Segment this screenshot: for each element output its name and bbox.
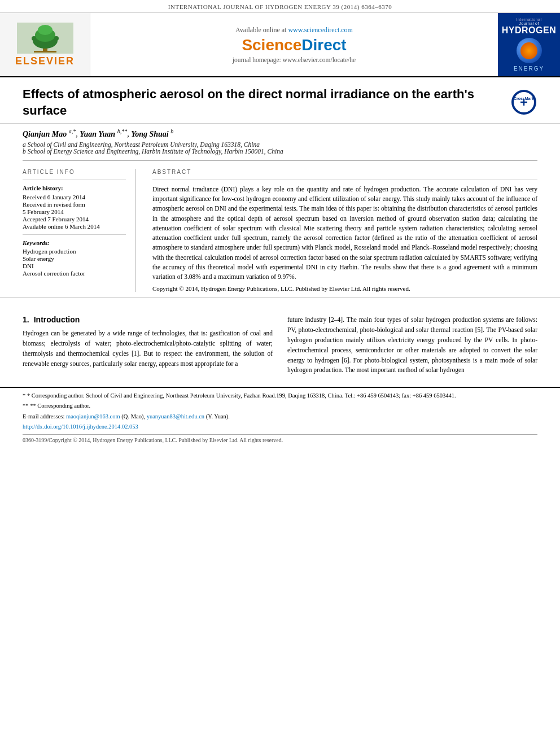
top-bar: INTERNATIONAL JOURNAL OF HYDROGEN ENERGY… — [0, 0, 560, 13]
accepted-date: Accepted 7 February 2014 — [23, 216, 126, 222]
received-revised-label: Received in revised form — [23, 201, 126, 208]
doi-link[interactable]: http://dx.doi.org/10.1016/j.ijhydene.201… — [23, 423, 138, 430]
journal-of-text: Journal of — [502, 21, 556, 25]
email-sep-1: (Q. Mao), — [121, 413, 146, 420]
abstract-column: ABSTRACT Direct normal irradiance (DNI) … — [152, 169, 537, 292]
elsevier-brand-text: ELSEVIER — [15, 55, 75, 67]
keyword-4: Aerosol correction factor — [23, 270, 126, 277]
crossmark-icon: CrossMark — [510, 89, 537, 116]
info-divider-top — [23, 180, 126, 180]
body-content: 1. Introduction Hydrogen can be generate… — [0, 309, 560, 375]
abstract-text: Direct normal irradiance (DNI) plays a k… — [152, 185, 537, 282]
email-link-1[interactable]: maoqianjun@163.com — [66, 413, 120, 420]
body-right-column: future industry [2–4]. The main four typ… — [287, 315, 537, 375]
direct-part: Direct — [301, 36, 346, 54]
article-info-column: ARTICLE INFO Article history: Received 6… — [23, 169, 135, 292]
section-1-text-right: future industry [2–4]. The main four typ… — [287, 315, 537, 375]
hydrogen-logo-circle — [517, 38, 542, 63]
elsevier-logo-box: ELSEVIER — [0, 13, 90, 76]
hydrogen-word: HYDROGEN — [502, 25, 556, 36]
svg-point-6 — [54, 36, 59, 41]
science-part: Science — [242, 36, 301, 54]
author-qianjun: Qianjun Mao — [23, 130, 67, 138]
keyword-1: Hydrogen production — [23, 248, 126, 255]
elsevier-tree-image — [17, 23, 73, 54]
history-label: Article history: — [23, 185, 126, 191]
authors-line: Qianjun Mao a,*, Yuan Yuan b,**, Yong Sh… — [23, 128, 537, 139]
authors-section: Qianjun Mao a,*, Yuan Yuan b,**, Yong Sh… — [0, 124, 560, 158]
footnote-text-2: ** Corresponding author. — [30, 403, 90, 409]
keyword-3: DNI — [23, 263, 126, 269]
email-link-2[interactable]: yuanyuan83@hit.edu.cn — [147, 413, 204, 420]
footnote-corresponding-1: * * Corresponding author. School of Civi… — [23, 391, 537, 400]
received-1: Received 6 January 2014 — [23, 194, 126, 200]
article-info-abstract: ARTICLE INFO Article history: Received 6… — [0, 163, 560, 299]
hydrogen-logo-inner: International Journal of HYDROGEN ENERGY — [502, 18, 556, 72]
footnote-doi: http://dx.doi.org/10.1016/j.ijhydene.201… — [23, 422, 537, 431]
affiliation-a: a School of Civil and Engineering, North… — [23, 141, 537, 148]
available-online-text: Available online at www.sciencedirect.co… — [235, 26, 353, 34]
available-online-date: Available online 6 March 2014 — [23, 223, 126, 230]
crossmark-box: CrossMark — [510, 89, 537, 116]
keyword-2: Solar energy — [23, 255, 126, 262]
abstract-header: ABSTRACT — [152, 169, 537, 175]
journal-homepage-text: journal homepage: www.elsevier.com/locat… — [233, 56, 356, 63]
international-text: International — [502, 18, 556, 21]
svg-point-4 — [38, 25, 53, 35]
body-left-column: 1. Introduction Hydrogen can be generate… — [23, 315, 273, 375]
footnote-corresponding-2: ** ** Corresponding author. — [23, 401, 537, 410]
footnote-area: * * Corresponding author. School of Civi… — [0, 387, 560, 447]
title-section: Effects of atmospheric aerosol on the di… — [0, 77, 560, 124]
section-1-number: 1. — [23, 315, 29, 324]
footnote-star-2: ** — [23, 403, 30, 409]
footnote-email-label: E-mail addresses: — [23, 413, 66, 420]
journal-header-text: INTERNATIONAL JOURNAL OF HYDROGEN ENERGY… — [168, 3, 392, 10]
section-1-title: 1. Introduction — [23, 315, 273, 324]
author-yuan: Yuan Yuan — [80, 130, 115, 138]
article-title: Effects of atmospheric aerosol on the di… — [23, 86, 505, 119]
footnote-text-1: * Corresponding author. School of Civil … — [27, 392, 456, 399]
footnote-bottom: 0360-3199/Copyright © 2014, Hydrogen Ene… — [23, 434, 537, 443]
article-info-header: ARTICLE INFO — [23, 169, 126, 175]
email-sep-2: (Y. Yuan). — [206, 413, 230, 420]
info-divider-bottom — [23, 234, 126, 235]
spacer-1 — [0, 298, 560, 309]
keywords-label: Keywords: — [23, 239, 126, 246]
footnote-email: E-mail addresses: maoqianjun@163.com (Q.… — [23, 412, 537, 421]
header-center: Available online at www.sciencedirect.co… — [90, 13, 498, 76]
energy-word: ENERGY — [502, 65, 556, 72]
sciencedirect-link[interactable]: www.sciencedirect.com — [288, 26, 353, 34]
section-1-text-left: Hydrogen can be generated by a wide rang… — [23, 329, 273, 369]
hydrogen-energy-logo-box: International Journal of HYDROGEN ENERGY — [498, 13, 560, 76]
abstract-divider — [152, 180, 537, 180]
divider-1 — [23, 160, 537, 161]
issn-text: 0360-3199/Copyright © 2014, Hydrogen Ene… — [23, 437, 283, 443]
author-sup-b2: b — [170, 128, 173, 134]
hydrogen-logo-circle-inner — [520, 42, 537, 59]
header-area: ELSEVIER Available online at www.science… — [0, 13, 560, 77]
copyright-text: Copyright © 2014, Hydrogen Energy Public… — [152, 285, 537, 292]
author-sup-a: a,* — [69, 128, 76, 134]
affiliation-b: b School of Energy Science and Engineeri… — [23, 148, 537, 155]
author-sup-b: b,** — [117, 128, 128, 134]
svg-rect-1 — [34, 51, 56, 53]
affiliations: a School of Civil and Engineering, North… — [23, 141, 537, 155]
sciencedirect-logo: ScienceDirect — [242, 36, 346, 54]
two-col-body: 1. Introduction Hydrogen can be generate… — [23, 315, 537, 375]
section-1-heading: Introduction — [34, 315, 80, 324]
svg-point-5 — [32, 36, 36, 41]
author-shuai: Yong Shuai — [131, 130, 169, 138]
footnote-star-1: * — [23, 392, 27, 399]
received-2-date: 5 February 2014 — [23, 208, 126, 215]
